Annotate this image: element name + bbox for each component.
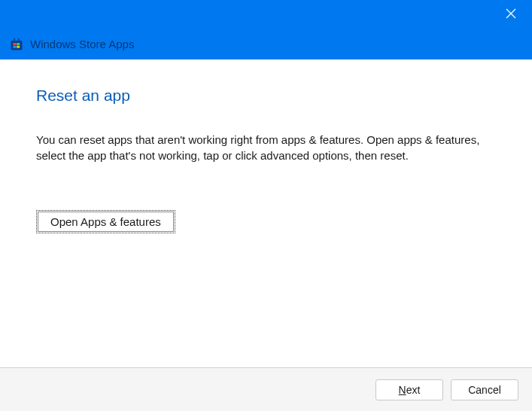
wizard-footer: Next Cancel: [0, 367, 532, 411]
open-apps-features-button[interactable]: Open Apps & features: [36, 210, 175, 233]
close-button[interactable]: [499, 5, 523, 26]
window-title: Windows Store Apps: [30, 38, 134, 50]
next-rest: ext: [406, 384, 421, 396]
svg-rect-2: [11, 41, 23, 50]
title-bar-content: Windows Store Apps: [11, 38, 134, 50]
store-app-icon: [11, 38, 23, 50]
title-bar: Windows Store Apps: [0, 0, 532, 59]
next-mnemonic: N: [399, 384, 406, 396]
svg-rect-6: [17, 45, 20, 47]
next-button[interactable]: Next: [375, 379, 443, 400]
page-description: You can reset apps that aren't working r…: [36, 132, 496, 163]
svg-rect-5: [14, 45, 17, 47]
close-icon: [506, 8, 516, 22]
cancel-button[interactable]: Cancel: [451, 379, 518, 400]
svg-rect-4: [17, 43, 20, 45]
svg-rect-3: [14, 43, 17, 45]
main-content: Reset an app You can reset apps that are…: [0, 59, 532, 367]
page-title: Reset an app: [36, 87, 496, 105]
